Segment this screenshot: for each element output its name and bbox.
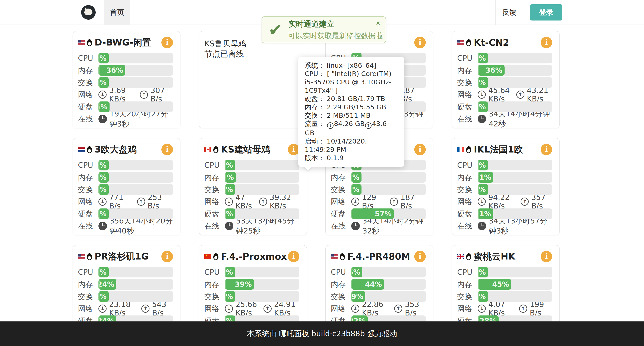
download-icon [327,122,334,129]
metric-label: 网络 [457,90,478,100]
cpu-row: CPU1% [78,53,173,64]
usage-bar-fill: NaN% [351,184,362,195]
mem-row: 内存3% [331,172,426,182]
network-upload-value: 543 B/s [152,300,173,317]
usage-percent-label: 1% [478,186,486,194]
network-values: 47 KB/s39.32 KB/s [225,193,299,210]
memory-usage-bar: 45% [478,279,552,290]
metric-label: 交换 [331,292,351,302]
usage-percent-label: 24% [98,280,114,288]
download-icon [478,90,486,99]
network-values: 45.64 KB/s43.21 KB/s [478,86,552,103]
usage-bar-fill: 6% [98,172,109,182]
linux-penguin-icon [87,146,92,153]
metric-label: CPU [457,268,478,276]
usage-percent-label: 15% [351,268,360,276]
info-icon[interactable] [414,144,426,155]
info-icon[interactable] [414,37,426,48]
close-icon[interactable] [375,20,381,27]
info-icon[interactable] [288,251,299,262]
info-icon[interactable] [414,251,426,262]
memory-usage-bar: 36% [98,65,173,76]
cpu-usage-bar: 1% [478,53,552,64]
country-flag-icon [204,147,211,152]
metric-label: 在线 [457,114,478,124]
upload-icon [390,198,398,206]
server-info-tooltip: 系统：linux- [x86_64] CPU：[ "Intel(R) Core(… [298,56,404,167]
network-values: 25.66 KB/s24.91 KB/s [225,300,299,317]
usage-percent-label: 1% [478,54,486,62]
metric-label: 交换 [204,292,225,302]
metric-label: 内存 [204,279,225,290]
info-icon[interactable] [541,144,552,155]
cpu-usage-bar: 5% [98,267,173,278]
usage-bar-fill: 1% [478,184,488,195]
info-icon[interactable] [541,251,552,262]
usage-bar-fill: 0% [478,77,488,88]
network-row: 网络771 B/s253 B/s [78,196,173,207]
disk-usage-bar: 15% [98,102,173,112]
swap-usage-bar: 0% [478,77,552,88]
mem-row: 内存39% [204,279,299,290]
uptime-row: 在线356天14小时20分钟40秒 [78,221,173,231]
network-download-value: 4.07 KB/s [488,300,516,317]
usage-percent-label: 1% [478,161,486,169]
usage-bar-fill: 0% [98,184,109,195]
metric-label: CPU [78,268,98,276]
metric-label: CPU [78,161,98,169]
cpu-row: CPU1% [457,160,552,170]
server-name: D-BWG-闲置 [94,36,151,48]
swap-usage-bar: 0% [98,184,173,195]
metric-label: 在线 [78,221,98,231]
offline-status-text: 节点已离线 [204,49,299,59]
tab-home[interactable]: 首页 [104,0,130,25]
info-icon[interactable] [162,37,173,48]
site-logo-avatar[interactable] [81,5,96,20]
swap-usage-bar: 0% [98,77,173,88]
network-values: 22.86 KB/s353 B/s [351,300,426,317]
swap-row: 交换0% [457,77,552,88]
metric-label: CPU [78,54,98,62]
upload-icon [137,198,145,206]
network-upload-value: 187 B/s [400,193,426,210]
usage-percent-label: 1% [225,161,233,169]
metric-label: 网络 [204,304,225,314]
swap-row: 交换0% [204,184,299,195]
network-row: 网络129 B/s187 B/s [331,196,426,207]
cpu-row: CPU0% [457,267,552,278]
login-button[interactable]: 登录 [530,4,562,20]
network-values: 129 B/s187 B/s [351,193,426,210]
usage-bar-fill: 1% [478,291,488,302]
server-name: PR洛杉矶1G [94,250,148,262]
info-icon[interactable] [288,144,299,155]
metric-label: 在线 [331,221,351,231]
info-icon[interactable] [162,144,173,155]
info-icon[interactable] [541,37,552,48]
server-card-title: F.4.-PR480M [331,250,426,263]
tooltip-row-swap: 交换：2 MB/511 MB [305,111,398,120]
usage-bar-fill: 45% [478,279,511,290]
disk-row: 硬盘15% [78,102,173,112]
linux-penguin-icon [466,146,471,153]
info-icon[interactable] [162,251,173,262]
metric-label: 网络 [78,304,98,314]
disk-row: 硬盘11% [457,102,552,112]
usage-percent-label: 1% [98,54,106,62]
usage-percent-label: 0% [98,161,106,169]
metric-label: 网络 [331,304,351,314]
upload-icon [520,198,529,206]
cpu-row: CPU5% [204,267,299,278]
usage-percent-label: 11% [478,103,486,111]
usage-percent-label: 6% [98,173,106,182]
usage-bar-fill: 0% [98,291,109,302]
disk-usage-bar: 11% [478,102,552,112]
linux-penguin-icon [466,39,471,46]
uptime-row: 在线34天13小时57分钟3秒 [457,221,552,231]
network-row: 网络94.22 KB/s357 B/s [457,196,552,207]
nav-feedback-link[interactable]: 反馈 [496,0,523,25]
usage-bar-fill: 0% [478,267,488,278]
server-card-title: KS建站母鸡 [204,143,299,156]
swap-row: 交换1% [457,291,552,302]
usage-percent-label: 57% [375,210,392,218]
network-values: 4.07 KB/s199 B/s [478,300,552,317]
